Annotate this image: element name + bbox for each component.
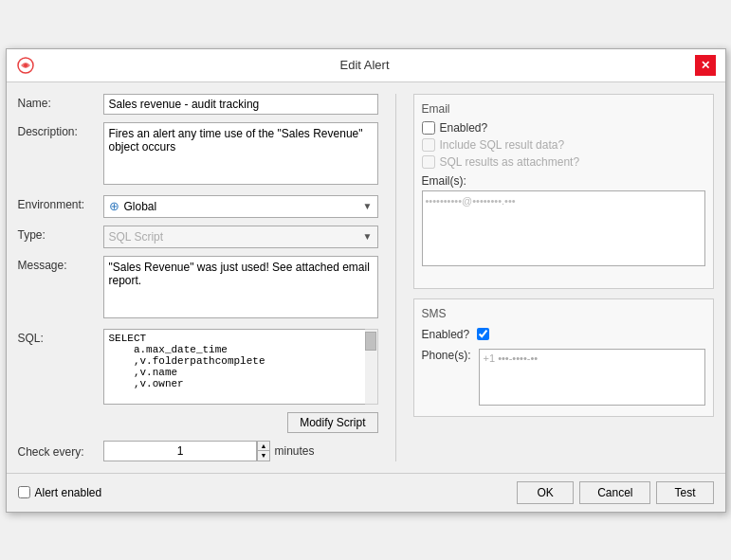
phones-textarea[interactable] <box>479 349 705 406</box>
sql-attachment-label: SQL results as attachment? <box>440 155 580 169</box>
environment-control: ⊕ Global ▼ <box>103 195 378 218</box>
emails-textarea[interactable] <box>422 190 705 266</box>
sms-enabled-label: Enabled? <box>422 328 470 341</box>
svg-point-1 <box>24 63 27 67</box>
check-every-input[interactable] <box>103 441 258 461</box>
scrollbar-track <box>365 329 378 405</box>
spinner-down-button[interactable]: ▼ <box>258 451 268 461</box>
name-row: Name: <box>18 94 378 115</box>
name-control <box>103 94 378 115</box>
title-bar: Edit Alert ✕ <box>7 49 725 82</box>
edit-alert-dialog: Edit Alert ✕ Name: Description: Fires an… <box>6 48 726 513</box>
environment-label: Environment: <box>18 195 103 211</box>
sql-attachment-checkbox[interactable] <box>422 155 435 169</box>
name-input[interactable] <box>103 94 378 115</box>
left-panel: Name: Description: Fires an alert any ti… <box>18 94 378 461</box>
environment-row: Environment: ⊕ Global ▼ <box>18 195 378 218</box>
type-select[interactable]: SQL Script ▼ <box>103 226 378 248</box>
phones-textarea-wrapper: +1 •••-••••-•• <box>479 349 705 408</box>
sms-section: SMS Enabled? Phone(s): +1 •••-••••-•• <box>413 298 714 417</box>
sms-enabled-checkbox[interactable] <box>477 328 489 340</box>
description-row: Description: Fires an alert any time use… <box>18 122 378 188</box>
message-textarea[interactable]: "Sales Revenue" was just used! See attac… <box>103 256 378 318</box>
description-textarea[interactable]: Fires an alert any time use of the "Sale… <box>103 122 378 185</box>
globe-icon: ⊕ <box>109 199 119 213</box>
sql-row: SQL: SELECT a.max_date_time ,v.folderpat… <box>18 329 378 433</box>
app-logo <box>16 56 35 75</box>
message-row: Message: "Sales Revenue" was just used! … <box>18 256 378 321</box>
type-label: Type: <box>18 226 103 242</box>
sql-container: SELECT a.max_date_time ,v.folderpathcomp… <box>103 329 378 407</box>
sms-section-header: SMS <box>422 307 705 320</box>
email-enabled-checkbox[interactable] <box>422 121 435 135</box>
email-enabled-label: Enabled? <box>440 121 488 135</box>
email-section: Email Enabled? Include SQL result data? … <box>413 94 714 289</box>
environment-select-inner: ⊕ Global <box>109 199 157 213</box>
modify-script-button[interactable]: Modify Script <box>287 412 377 433</box>
action-buttons: OK Cancel Test <box>517 481 713 504</box>
check-every-row: Check every: ▲ ▼ minutes <box>18 441 378 461</box>
type-chevron-icon: ▼ <box>363 231 373 242</box>
close-button[interactable]: ✕ <box>695 55 716 76</box>
spinner-up-button[interactable]: ▲ <box>258 442 268 452</box>
sql-textarea[interactable]: SELECT a.max_date_time ,v.folderpathcomp… <box>103 329 378 405</box>
chevron-down-icon: ▼ <box>363 201 373 211</box>
minutes-label: minutes <box>275 444 315 458</box>
description-control: Fires an alert any time use of the "Sale… <box>103 122 378 188</box>
spinner-arrows: ▲ ▼ <box>257 441 269 461</box>
phones-row: Phone(s): +1 •••-••••-•• <box>422 349 705 408</box>
phones-label: Phone(s): <box>422 349 471 362</box>
email-section-header: Email <box>422 102 705 116</box>
cancel-button[interactable]: Cancel <box>579 481 650 504</box>
emails-label: Email(s): <box>422 174 705 188</box>
alert-enabled-label: Alert enabled <box>35 486 102 499</box>
scrollbar-thumb[interactable] <box>365 332 376 351</box>
dialog-body: Name: Description: Fires an alert any ti… <box>7 82 725 473</box>
ok-button[interactable]: OK <box>517 481 574 504</box>
type-control: SQL Script ▼ <box>103 226 378 248</box>
test-button[interactable]: Test <box>656 481 713 504</box>
alert-enabled-row: Alert enabled <box>18 486 510 499</box>
bottom-bar: Alert enabled OK Cancel Test <box>7 473 725 512</box>
environment-value: Global <box>124 200 157 213</box>
type-row: Type: SQL Script ▼ <box>18 226 378 248</box>
message-control: "Sales Revenue" was just used! See attac… <box>103 256 378 321</box>
sql-control: SELECT a.max_date_time ,v.folderpathcomp… <box>103 329 378 433</box>
include-sql-label: Include SQL result data? <box>440 138 565 152</box>
sql-label: SQL: <box>18 329 103 345</box>
sql-attachment-row: SQL results as attachment? <box>422 155 705 169</box>
dialog-title: Edit Alert <box>35 58 695 72</box>
name-label: Name: <box>18 94 103 110</box>
check-every-label: Check every: <box>18 443 103 459</box>
spinner-wrap: ▲ ▼ <box>103 441 270 461</box>
description-label: Description: <box>18 122 103 138</box>
sms-enabled-row: Enabled? <box>422 328 705 341</box>
vertical-divider <box>395 94 396 461</box>
right-panel: Email Enabled? Include SQL result data? … <box>413 94 714 461</box>
environment-select[interactable]: ⊕ Global ▼ <box>103 195 378 218</box>
include-sql-checkbox[interactable] <box>422 138 435 152</box>
email-enabled-row: Enabled? <box>422 121 705 135</box>
type-value: SQL Script <box>109 230 164 244</box>
alert-enabled-checkbox[interactable] <box>18 486 30 498</box>
message-label: Message: <box>18 256 103 272</box>
include-sql-row: Include SQL result data? <box>422 138 705 152</box>
